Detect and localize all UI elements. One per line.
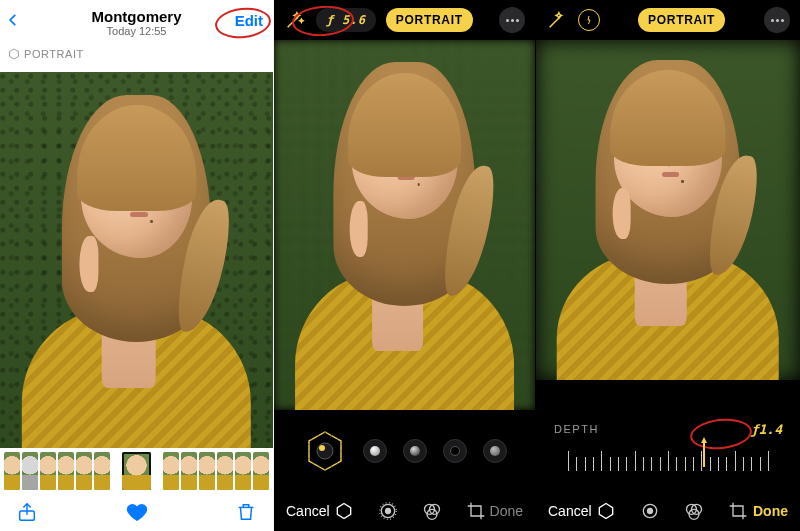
portrait-mode-label: PORTRAIT	[24, 48, 84, 60]
auto-enhance-icon[interactable]	[546, 9, 568, 31]
editor-bottombar: Cancel Done	[536, 491, 800, 531]
portrait-badge[interactable]: PORTRAIT	[386, 8, 473, 32]
svg-point-8	[385, 509, 390, 514]
editor-topbar: PORTRAIT	[536, 0, 800, 40]
svg-point-15	[648, 509, 653, 514]
portrait-tab-icon[interactable]	[595, 500, 617, 522]
depth-slider[interactable]	[536, 445, 800, 479]
lighting-mode-carousel[interactable]	[274, 415, 535, 487]
editor-tool-tabs	[595, 500, 749, 522]
timestamp: Today 12:55	[92, 25, 182, 37]
auto-enhance-icon[interactable]	[284, 9, 306, 31]
lighting-mode-icon[interactable]	[403, 439, 427, 463]
depth-label: DEPTH	[554, 423, 599, 435]
aperture-value: ƒ 5.6	[326, 13, 366, 27]
portrait-label: PORTRAIT	[648, 13, 715, 27]
thumbnail[interactable]	[253, 452, 269, 490]
thumbnail[interactable]	[58, 452, 74, 490]
portrait-badge[interactable]: PORTRAIT	[638, 8, 725, 32]
portrait-mode-badge: PORTRAIT	[8, 48, 84, 60]
thumbnail-selected[interactable]	[122, 452, 152, 490]
done-button[interactable]: Done	[490, 503, 523, 519]
crop-tab-icon[interactable]	[465, 500, 487, 522]
filters-tab-icon[interactable]	[683, 500, 705, 522]
thumbnail[interactable]	[40, 452, 56, 490]
lighting-mode-icon[interactable]	[443, 439, 467, 463]
thumbnail[interactable]	[163, 452, 179, 490]
thumbnail[interactable]	[235, 452, 251, 490]
editor-bottombar: Cancel Done	[274, 491, 535, 531]
svg-marker-0	[10, 49, 19, 59]
photo-preview[interactable]	[0, 72, 273, 448]
slider-ticks	[568, 445, 768, 471]
svg-marker-13	[600, 504, 613, 519]
thumbnail[interactable]	[181, 452, 197, 490]
thumbnail[interactable]	[217, 452, 233, 490]
back-button[interactable]	[6, 9, 20, 37]
share-icon[interactable]	[16, 501, 38, 523]
lighting-mode-icon[interactable]	[483, 439, 507, 463]
lighting-mode-natural-icon[interactable]	[303, 429, 347, 473]
portrait-label: PORTRAIT	[396, 13, 463, 27]
crop-tab-icon[interactable]	[727, 500, 749, 522]
title-block: Montgomery Today 12:55	[92, 8, 182, 37]
cancel-button[interactable]: Cancel	[286, 503, 330, 519]
thumbnail[interactable]	[4, 452, 20, 490]
depth-readout: DEPTH ƒ1.4	[536, 417, 800, 441]
trash-icon[interactable]	[235, 501, 257, 523]
photo-edit-preview[interactable]	[274, 40, 535, 410]
thumbnail[interactable]	[76, 452, 92, 490]
edit-button[interactable]: Edit	[235, 12, 263, 29]
album-title: Montgomery	[92, 8, 182, 25]
aperture-ring-icon[interactable]	[578, 9, 600, 31]
lighting-mode-icon[interactable]	[363, 439, 387, 463]
favorite-icon[interactable]	[126, 501, 148, 523]
editor-lighting-screen: ƒ 5.6 PORTRAIT	[274, 0, 536, 531]
editor-topbar: ƒ 5.6 PORTRAIT	[274, 0, 535, 40]
svg-marker-6	[337, 504, 350, 519]
navbar: Montgomery Today 12:55 Edit	[0, 0, 273, 44]
photos-viewer-screen: Montgomery Today 12:55 Edit PORTRAIT	[0, 0, 274, 531]
thumbnail[interactable]	[94, 452, 110, 490]
thumbnail[interactable]	[22, 452, 38, 490]
adjust-tab-icon[interactable]	[377, 500, 399, 522]
more-icon[interactable]	[499, 7, 525, 33]
more-icon[interactable]	[764, 7, 790, 33]
svg-point-4	[317, 443, 333, 459]
portrait-tab-icon[interactable]	[333, 500, 355, 522]
filters-tab-icon[interactable]	[421, 500, 443, 522]
depth-value: ƒ1.4	[751, 422, 782, 437]
thumbnail-strip[interactable]	[0, 449, 273, 493]
photo-edit-preview[interactable]	[536, 40, 800, 380]
thumbnail[interactable]	[199, 452, 215, 490]
adjust-tab-icon[interactable]	[639, 500, 661, 522]
slider-indicator-icon[interactable]	[701, 437, 707, 443]
aperture-button[interactable]: ƒ 5.6	[316, 8, 376, 32]
svg-point-5	[319, 445, 325, 451]
cancel-button[interactable]: Cancel	[548, 503, 592, 519]
editor-tool-tabs	[333, 500, 487, 522]
bottom-toolbar	[0, 493, 273, 531]
editor-depth-screen: PORTRAIT DEPTH ƒ1.4	[536, 0, 800, 531]
done-button[interactable]: Done	[753, 503, 788, 519]
